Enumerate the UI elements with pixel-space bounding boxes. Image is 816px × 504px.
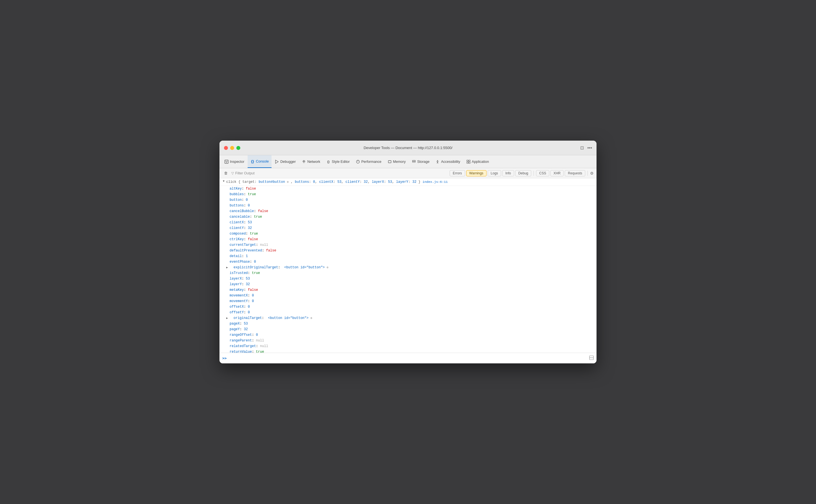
network-icon (302, 160, 306, 164)
application-icon (467, 160, 471, 164)
filter-separator (534, 171, 534, 176)
svg-rect-10 (469, 162, 470, 163)
prop-button: button: 0 (219, 197, 597, 203)
prop-eventphase: eventPhase: 0 (219, 259, 597, 265)
info-filter-button[interactable]: Info (502, 170, 514, 176)
memory-icon (388, 160, 392, 164)
prop-explicitoriginaltarget: explicitOriginalTarget: <button id="butt… (219, 265, 597, 270)
prop-buttons: buttons: 0 (219, 203, 597, 208)
file-link[interactable]: index.js:6:11 (423, 180, 448, 184)
performance-label: Performance (361, 160, 381, 164)
tab-memory[interactable]: Memory (385, 155, 409, 168)
accessibility-icon (436, 160, 440, 164)
prop-detail: detail: 1 (219, 253, 597, 259)
svg-rect-5 (413, 161, 415, 162)
prop-layerx: layerX: 53 (219, 276, 597, 282)
minimize-button[interactable] (230, 146, 234, 150)
more-options-icon[interactable]: ••• (587, 145, 592, 150)
prop-rangeparent: rangeParent: null (219, 338, 597, 343)
debugger-label: Debugger (280, 160, 296, 164)
prop-layery: layerY: 32 (219, 282, 597, 287)
filter-input-container: ▽ Filter Output (231, 171, 448, 175)
clear-console-button[interactable]: 🗑 (222, 170, 229, 177)
tab-inspector[interactable]: Inspector (222, 155, 247, 168)
prop-cancelbubble: cancelBubble: false (219, 208, 597, 214)
xhr-filter-button[interactable]: XHR (550, 170, 564, 176)
prop-relatedtarget: relatedTarget: null (219, 343, 597, 349)
style-editor-icon: {} (326, 160, 330, 164)
filter-output-label: Filter Output (235, 171, 255, 175)
tab-application[interactable]: Application (464, 155, 492, 168)
expand-click-arrow[interactable] (222, 179, 226, 183)
performance-icon (356, 160, 360, 164)
tab-console[interactable]: {} Console (248, 155, 271, 168)
dock-icon[interactable]: ⊡ (580, 145, 584, 150)
prop-istrusted: isTrusted: true (219, 270, 597, 276)
warnings-filter-button[interactable]: Warnings (466, 170, 487, 176)
css-filter-button[interactable]: CSS (536, 170, 549, 176)
network-label: Network (307, 160, 320, 164)
debugger-icon (275, 160, 279, 164)
prop-defaultprevented: defaultPrevented: false (219, 248, 597, 253)
application-label: Application (472, 160, 489, 164)
prop-offsety: offsetY: 0 (219, 310, 597, 315)
tab-storage[interactable]: Storage (409, 155, 433, 168)
tab-network[interactable]: Network (299, 155, 323, 168)
prop-pagey: pageY: 32 (219, 327, 597, 332)
svg-rect-9 (467, 162, 468, 163)
click-header-text: click { target: button#button ⚙ , button… (226, 180, 423, 184)
expand-original-arrow[interactable] (225, 316, 229, 320)
style-editor-label: Style Editor (332, 160, 350, 164)
close-button[interactable] (224, 146, 228, 150)
requests-filter-button[interactable]: Requests (565, 170, 585, 176)
console-input[interactable] (229, 356, 587, 360)
prop-originaltarget: originalTarget: <button id="button"> ⚙ (219, 315, 597, 321)
inspector-label: Inspector (230, 160, 244, 164)
console-output: click { target: button#button ⚙ , button… (219, 178, 597, 353)
prop-composed: composed: true (219, 231, 597, 237)
tab-debugger[interactable]: Debugger (272, 155, 298, 168)
console-input-bar: >> (219, 353, 597, 363)
title-bar-actions: ⊡ ••• (580, 145, 592, 150)
log-entry-click: click { target: button#button ⚙ , button… (219, 178, 597, 186)
debug-filter-button[interactable]: Debug (515, 170, 531, 176)
svg-marker-1 (275, 160, 278, 163)
prop-rangeoffset: rangeOffset: 0 (219, 332, 597, 338)
filter-settings-icon[interactable]: ⚙ (590, 171, 594, 175)
prop-movementy: movementY: 0 (219, 298, 597, 304)
inspector-icon (224, 160, 228, 164)
toolbar: Inspector {} Console Debugger Network {}… (219, 155, 597, 168)
tab-accessibility[interactable]: Accessibility (433, 155, 463, 168)
tab-performance[interactable]: Performance (353, 155, 384, 168)
prop-clienty: clientY: 32 (219, 225, 597, 231)
svg-point-6 (437, 160, 438, 161)
expand-explicit-arrow[interactable] (225, 265, 229, 269)
console-prompt: >> (222, 356, 227, 360)
split-console-icon[interactable] (589, 355, 594, 361)
traffic-lights (224, 146, 240, 150)
prop-clientx: clientX: 53 (219, 220, 597, 225)
prop-bubbles: bubbles: true (219, 192, 597, 197)
console-icon: {} (250, 159, 254, 163)
svg-rect-3 (388, 161, 391, 163)
svg-rect-7 (467, 160, 468, 161)
prop-cancelable: cancelable: true (219, 214, 597, 220)
errors-filter-button[interactable]: Errors (450, 170, 465, 176)
svg-rect-4 (413, 160, 415, 161)
accessibility-label: Accessibility (441, 160, 460, 164)
prop-offsetx: offsetX: 0 (219, 304, 597, 310)
console-label: Console (256, 159, 269, 163)
memory-label: Memory (393, 160, 406, 164)
prop-metakey: metaKey: false (219, 287, 597, 293)
prop-altkey: altKey: false (219, 186, 597, 192)
filter-buttons: Errors Warnings Logs Info Debug CSS XHR … (450, 170, 594, 176)
window-title: Developer Tools — Document — http://127.… (363, 146, 453, 150)
tab-style-editor[interactable]: {} Style Editor (323, 155, 352, 168)
filter-separator-2 (588, 171, 588, 176)
logs-filter-button[interactable]: Logs (488, 170, 501, 176)
prop-pagex: pageX: 53 (219, 321, 597, 327)
svg-rect-8 (469, 160, 470, 161)
devtools-window: Developer Tools — Document — http://127.… (219, 141, 597, 363)
maximize-button[interactable] (236, 146, 240, 150)
prop-returnvalue: returnValue: true (219, 349, 597, 353)
